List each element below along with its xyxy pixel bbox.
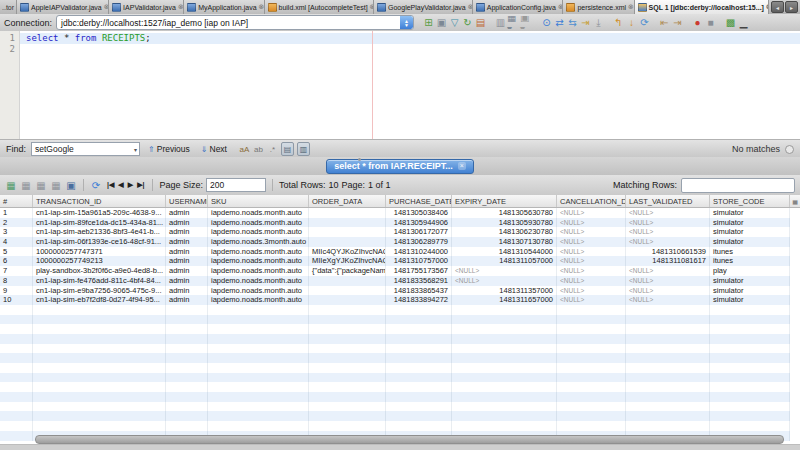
table-row[interactable]: 51000000257747371adminiapdemo.noads.mont… <box>0 247 800 257</box>
table-cell[interactable]: cn1-iap-sim-fe476add-811c-4bf4-84... <box>33 276 166 286</box>
empty-cell[interactable] <box>0 334 33 344</box>
empty-cell[interactable] <box>166 353 208 363</box>
refresh-icon[interactable]: ↻ <box>461 16 474 29</box>
empty-row[interactable] <box>0 392 800 402</box>
empty-cell[interactable] <box>386 421 452 431</box>
history-dropdown-icon[interactable]: ▣ ▾ <box>520 16 533 29</box>
empty-cell[interactable] <box>626 363 710 373</box>
table-cell[interactable]: simulator <box>710 286 790 296</box>
table-cell[interactable] <box>309 227 386 237</box>
empty-cell[interactable] <box>33 324 166 334</box>
open-file-icon[interactable]: ▥ <box>494 16 507 29</box>
empty-cell[interactable] <box>0 402 33 412</box>
table-cell[interactable]: <NULL> <box>626 237 710 247</box>
editor-tab[interactable]: GooglePlayValidator.java⊗ <box>374 0 473 14</box>
connection-combo[interactable]: jdbc:derby://localhost:1527/iap_demo [ia… <box>56 15 414 30</box>
table-cell[interactable]: <NULL> <box>557 237 626 247</box>
save-all-icon[interactable]: ▦ ▾ <box>507 16 520 29</box>
empty-cell[interactable] <box>557 382 626 392</box>
table-row[interactable]: 9cn1-iap-sim-e9ba7256-9065-475c-9...admi… <box>0 286 800 296</box>
empty-cell[interactable] <box>208 305 309 315</box>
table-cell[interactable]: iapdemo.noads.3month.auto <box>208 237 309 247</box>
table-cell[interactable]: admin <box>166 276 208 286</box>
empty-cell[interactable] <box>557 392 626 402</box>
empty-cell[interactable] <box>626 324 710 334</box>
table-cell[interactable] <box>309 276 386 286</box>
empty-cell[interactable] <box>208 353 309 363</box>
table-cell[interactable]: 1481311357000 <box>452 286 557 296</box>
shift-right-icon[interactable]: ⇥ <box>671 16 684 29</box>
delete-record-icon[interactable]: ▦ <box>20 179 32 191</box>
table-cell[interactable]: iapdemo.noads.month.auto <box>208 247 309 257</box>
column-header[interactable]: EXPIRY_DATE <box>452 195 557 207</box>
swap-icon[interactable]: ⇄ <box>553 16 566 29</box>
table-cell[interactable]: cn1-iap-sim-15a961a5-209c-4638-9... <box>33 208 166 218</box>
table-cell[interactable]: 1481305944906 <box>386 218 452 228</box>
previous-page-button[interactable]: ◀ <box>116 181 125 189</box>
empty-cell[interactable] <box>0 373 33 383</box>
empty-cell[interactable] <box>166 421 208 431</box>
empty-cell[interactable] <box>0 431 33 441</box>
table-cell[interactable]: cn1-iap-sim-aeb21336-8bf3-4e41-b... <box>33 227 166 237</box>
empty-row[interactable] <box>0 344 800 354</box>
empty-cell[interactable] <box>710 392 790 402</box>
empty-cell[interactable] <box>309 363 386 373</box>
table-cell[interactable] <box>309 286 386 296</box>
empty-cell[interactable] <box>208 344 309 354</box>
table-cell[interactable]: admin <box>166 218 208 228</box>
close-icon[interactable]: × <box>458 162 466 170</box>
table-row[interactable]: 8cn1-iap-sim-fe476add-811c-4bf4-84...adm… <box>0 276 800 286</box>
empty-cell[interactable] <box>452 324 557 334</box>
editor-tab[interactable]: build.xml [AutocompleteTest]⊗ <box>265 0 375 14</box>
table-cell[interactable]: play <box>710 266 790 276</box>
empty-cell[interactable] <box>166 324 208 334</box>
table-cell[interactable]: simulator <box>710 218 790 228</box>
empty-cell[interactable] <box>0 315 33 325</box>
empty-cell[interactable] <box>386 344 452 354</box>
empty-cell[interactable] <box>710 315 790 325</box>
table-cell[interactable]: <NULL> <box>626 208 710 218</box>
table-cell[interactable]: 1481833865437 <box>386 286 452 296</box>
empty-cell[interactable] <box>626 315 710 325</box>
empty-cell[interactable] <box>557 324 626 334</box>
table-cell[interactable]: iapdemo.noads.month.auto <box>208 227 309 237</box>
empty-cell[interactable] <box>166 334 208 344</box>
table-cell[interactable]: 1481306172077 <box>386 227 452 237</box>
table-cell[interactable]: iapdemo.noads.month.auto <box>208 218 309 228</box>
notebook-icon[interactable]: ▤ <box>474 16 487 29</box>
whole-word-icon[interactable]: ab <box>253 143 264 155</box>
table-cell[interactable]: 1481310757000 <box>386 256 452 266</box>
regex-icon[interactable]: .* <box>267 143 278 155</box>
empty-cell[interactable] <box>309 411 386 421</box>
table-row[interactable]: 10cn1-iap-sim-eb7f2df8-0d27-4f94-95...ad… <box>0 295 800 305</box>
table-cell[interactable]: 1481311657000 <box>452 295 557 305</box>
sync-icon[interactable]: ⇆ <box>566 16 579 29</box>
column-header[interactable]: ORDER_DATA <box>309 195 386 207</box>
empty-cell[interactable] <box>710 363 790 373</box>
empty-cell[interactable] <box>309 392 386 402</box>
table-cell[interactable]: 1481311057000 <box>452 256 557 266</box>
empty-cell[interactable] <box>386 373 452 383</box>
empty-cell[interactable] <box>33 402 166 412</box>
table-cell[interactable]: <NULL> <box>626 276 710 286</box>
empty-cell[interactable] <box>452 421 557 431</box>
empty-cell[interactable] <box>208 324 309 334</box>
table-cell[interactable]: <NULL> <box>557 247 626 257</box>
table-cell[interactable]: admin <box>166 208 208 218</box>
matching-rows-input[interactable] <box>681 178 795 193</box>
close-icon[interactable]: ⊗ <box>628 3 634 11</box>
dock-icon[interactable]: ▁ <box>737 16 750 29</box>
table-cell[interactable]: 1481305038406 <box>386 208 452 218</box>
empty-cell[interactable] <box>386 382 452 392</box>
empty-cell[interactable] <box>710 344 790 354</box>
empty-cell[interactable] <box>0 344 33 354</box>
column-header[interactable]: PURCHASE_DATE <box>386 195 452 207</box>
table-cell[interactable]: 1481755173567 <box>386 266 452 276</box>
column-header[interactable]: CANCELLATION_DATE <box>557 195 626 207</box>
table-cell[interactable]: 6 <box>0 256 33 266</box>
empty-cell[interactable] <box>557 353 626 363</box>
empty-cell[interactable] <box>386 402 452 412</box>
table-row[interactable]: 2cn1-iap-sim-89fce1da-dc15-434a-81...adm… <box>0 218 800 228</box>
table-cell[interactable]: simulator <box>710 227 790 237</box>
table-row[interactable]: 7play-sandbox-3b2f0f6c-a9e0-4ed8-b...adm… <box>0 266 800 276</box>
